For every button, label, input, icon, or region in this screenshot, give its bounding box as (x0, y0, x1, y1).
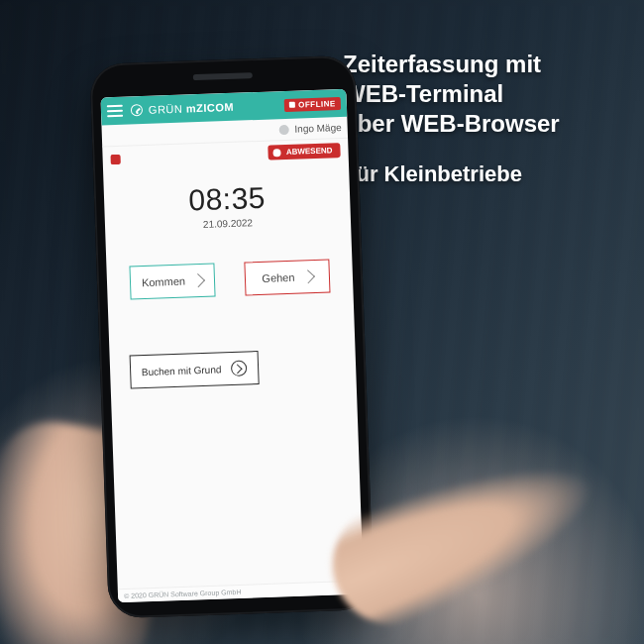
current-time: 08:35 (104, 178, 351, 221)
gehen-label: Gehen (262, 271, 294, 284)
book-label: Buchen mit Grund (142, 364, 222, 377)
gehen-button[interactable]: Gehen (244, 260, 330, 296)
app-brand: GRÜN mZICOM (149, 101, 235, 116)
phone-frame: GRÜN mZICOM OFFLINE Ingo Mäge ABWESEND 0… (89, 54, 374, 618)
overlay-line: Für Kleinbetriebe (343, 161, 610, 188)
app-footer: © 2020 GRÜN Software Group GmbH (118, 581, 364, 603)
offline-label: OFFLINE (298, 99, 336, 109)
arrow-circle-right-icon (231, 360, 248, 376)
chevron-right-icon (300, 269, 314, 283)
marketing-overlay: Zeiterfassung mit WEB-Terminal über WEB-… (343, 50, 610, 188)
overlay-line: über WEB-Browser (343, 109, 610, 139)
user-name: Ingo Mäge (294, 122, 342, 135)
brand-light: GRÜN (149, 102, 186, 115)
overlay-line: Zeiterfassung mit (343, 50, 610, 79)
main-content: 08:35 21.09.2022 Kommen Gehen Buche (102, 139, 364, 602)
kommen-label: Kommen (142, 275, 185, 289)
buchen-mit-grund-button[interactable]: Buchen mit Grund (130, 351, 260, 389)
person-icon (278, 124, 288, 134)
offline-badge: OFFLINE (284, 97, 341, 112)
clock-display: 08:35 21.09.2022 (104, 178, 351, 234)
clock-icon (131, 104, 143, 116)
primary-action-row: Kommen Gehen (106, 259, 353, 301)
menu-icon[interactable] (107, 105, 123, 118)
phone-speaker (193, 72, 253, 80)
brand-bold: mZICOM (186, 101, 235, 115)
promo-scene: Zeiterfassung mit WEB-Terminal über WEB-… (0, 0, 644, 644)
app-screen: GRÜN mZICOM OFFLINE Ingo Mäge ABWESEND 0… (100, 89, 364, 602)
kommen-button[interactable]: Kommen (129, 264, 215, 300)
copyright-text: © 2020 GRÜN Software Group GmbH (124, 589, 242, 599)
chevron-right-icon (191, 273, 205, 287)
overlay-line: WEB-Terminal (343, 79, 610, 109)
secondary-action-row: Buchen mit Grund (110, 348, 357, 390)
offline-dot-icon (289, 102, 295, 108)
